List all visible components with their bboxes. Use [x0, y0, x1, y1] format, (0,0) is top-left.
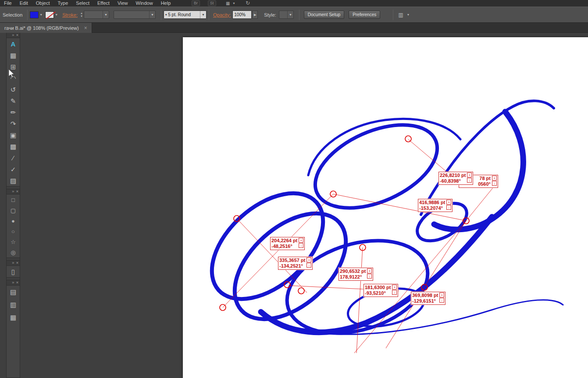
- measure-close-icon[interactable]: ×: [439, 293, 444, 297]
- dropdown-arrow-icon[interactable]: ▼: [200, 11, 205, 18]
- ellipse-tool[interactable]: ●: [7, 215, 20, 226]
- slice-panel-3[interactable]: ▦: [7, 311, 20, 324]
- measurement-label[interactable]: 204,2264 pt -48,2516° × ↓: [270, 237, 305, 250]
- hatch-tool[interactable]: ▨: [7, 175, 20, 186]
- stroke-weight-stepper[interactable]: ▲ ▼: [80, 12, 83, 18]
- measure-drop-icon[interactable]: ↓: [367, 274, 372, 279]
- artboard-tool[interactable]: ▯: [7, 266, 20, 277]
- arrange-documents-icon[interactable]: ▦: [226, 0, 230, 6]
- mesh-tool[interactable]: ▦: [7, 49, 20, 61]
- measure-close-icon[interactable]: ×: [367, 268, 372, 273]
- brush-dropdown[interactable]: • 5 pt. Round ▼: [164, 11, 207, 19]
- stroke-dropdown-icon[interactable]: ▼: [55, 13, 58, 16]
- opacity-arrow-icon[interactable]: ▶: [252, 11, 258, 19]
- menu-item-window[interactable]: Window: [132, 0, 157, 7]
- measure-drop-icon[interactable]: ↓: [439, 298, 444, 303]
- measurement-label[interactable]: 226,8210 pt -60,8398° × ↓: [438, 172, 473, 185]
- measure-drop-icon[interactable]: ↓: [306, 263, 311, 268]
- style-dropdown[interactable]: ▼: [279, 11, 294, 19]
- measure-close-icon[interactable]: ×: [306, 258, 311, 262]
- measure-drop-icon[interactable]: ↓: [467, 178, 472, 183]
- panel-options-icon[interactable]: ▥: [398, 12, 403, 18]
- gradient-tool[interactable]: ▩: [7, 141, 20, 152]
- panel-options-arrow-icon[interactable]: ▼: [407, 13, 410, 16]
- measurement-label[interactable]: 181,6300 pt -93,5210° × ↓: [363, 284, 398, 297]
- panel-header[interactable]: » ×: [7, 280, 20, 286]
- frame-tool[interactable]: ▣: [7, 129, 20, 141]
- dropdown-arrow-icon[interactable]: ▼: [149, 11, 154, 18]
- panel-header[interactable]: » ×: [7, 33, 20, 38]
- measurement-label[interactable]: 416,9886 pt -153,2074° × ↓: [418, 199, 453, 212]
- star-tool[interactable]: ☆: [7, 237, 20, 247]
- menu-item-type[interactable]: Type: [54, 0, 72, 7]
- menu-item-file[interactable]: File: [0, 0, 16, 7]
- ellipse-tool-icon: ●: [11, 218, 15, 224]
- frame-tool-icon: ▣: [10, 132, 16, 138]
- measurement-label[interactable]: 335,3657 pt -134,2521° × ↓: [278, 257, 313, 270]
- measure-close-icon[interactable]: ×: [392, 285, 397, 290]
- collapse-panel-icon[interactable]: »: [12, 189, 14, 194]
- menu-item-edit[interactable]: Edit: [16, 0, 32, 7]
- measurement-label[interactable]: 369,8098 pt -129,6151° × ↓: [411, 292, 445, 305]
- stroke-color-swatch[interactable]: [45, 11, 54, 18]
- measure-close-icon[interactable]: ×: [446, 200, 451, 205]
- stroke-weight-dropdown[interactable]: ▼: [84, 11, 109, 19]
- measurement-value: 226,8210 pt: [440, 173, 466, 178]
- curvature-tool[interactable]: ↷: [7, 118, 20, 129]
- spiral-tool[interactable]: ◎: [7, 247, 20, 258]
- menu-item-object[interactable]: Object: [32, 0, 54, 7]
- dropdown-arrow-icon[interactable]: ▼: [103, 11, 107, 18]
- close-panel-icon[interactable]: ×: [16, 261, 19, 265]
- measure-drop-icon[interactable]: ↓: [299, 243, 303, 248]
- rotate-tool[interactable]: ↺: [7, 84, 20, 95]
- stroke-link[interactable]: Stroke:: [62, 12, 78, 18]
- stepper-down-icon[interactable]: ▼: [80, 15, 83, 18]
- document-tab[interactable]: гачи B.ai* @ 108% (RGB/Preview) ×: [0, 23, 92, 33]
- opacity-link[interactable]: Opacity:: [213, 12, 231, 18]
- dropdown-arrow-icon[interactable]: ▼: [287, 11, 292, 18]
- collapse-panel-icon[interactable]: »: [12, 33, 14, 37]
- br-button[interactable]: Br: [192, 0, 200, 6]
- menu-item-effect[interactable]: Effect: [93, 0, 114, 7]
- rounded-rectangle-tool[interactable]: ▢: [7, 205, 20, 215]
- close-panel-icon[interactable]: ×: [16, 280, 19, 285]
- measure-close-icon[interactable]: ×: [467, 173, 472, 177]
- pencil-tool[interactable]: ✏: [7, 106, 20, 118]
- collapse-panel-icon[interactable]: »: [12, 261, 14, 265]
- type-tool[interactable]: A: [7, 38, 20, 49]
- fill-color-swatch[interactable]: [30, 11, 39, 18]
- preferences-button[interactable]: Preferences: [349, 11, 380, 19]
- measure-close-icon[interactable]: ×: [492, 176, 497, 180]
- slice-panel-2[interactable]: ▥: [7, 298, 20, 311]
- collapse-panel-icon[interactable]: »: [12, 280, 14, 285]
- circle-tool[interactable]: ○: [7, 226, 20, 237]
- menu-item-select[interactable]: Select: [72, 0, 93, 7]
- measurement-value: 204,2264 pt: [271, 238, 297, 244]
- measurement-label[interactable]: 290,6532 pt 178,9122° × ↓: [339, 268, 373, 281]
- opacity-input[interactable]: [232, 11, 252, 19]
- document-setup-button[interactable]: Document Setup: [304, 11, 345, 19]
- rectangle-tool[interactable]: □: [7, 194, 20, 205]
- arrange-documents-arrow-icon[interactable]: ▼: [232, 0, 235, 6]
- rotate-view-icon[interactable]: ↻: [246, 0, 250, 6]
- tab-close-icon[interactable]: ×: [84, 25, 87, 31]
- measure-close-icon[interactable]: ×: [299, 238, 303, 243]
- shear-tool[interactable]: ∕: [7, 152, 20, 163]
- pen-tool[interactable]: ✎: [7, 95, 20, 106]
- fill-dropdown-icon[interactable]: ▼: [39, 13, 43, 16]
- menu-item-help[interactable]: Help: [157, 0, 175, 7]
- variable-width-dropdown[interactable]: ▼: [114, 11, 156, 19]
- panel-header[interactable]: » ×: [7, 189, 20, 194]
- st-button[interactable]: St: [208, 0, 216, 6]
- stepper-up-icon[interactable]: ▲: [80, 12, 83, 15]
- menu-item-view[interactable]: View: [114, 0, 132, 7]
- close-panel-icon[interactable]: ×: [16, 189, 19, 194]
- slice-panel-1[interactable]: ▤: [7, 286, 20, 298]
- panel-header[interactable]: » ×: [7, 261, 20, 266]
- letter-artwork[interactable]: [192, 101, 563, 349]
- measure-drop-icon[interactable]: ↓: [392, 290, 397, 295]
- measure-check-tool[interactable]: ✓: [7, 163, 20, 175]
- measure-drop-icon[interactable]: ↓: [446, 205, 451, 210]
- close-panel-icon[interactable]: ×: [16, 33, 19, 37]
- measure-drop-icon[interactable]: ↓: [492, 181, 497, 186]
